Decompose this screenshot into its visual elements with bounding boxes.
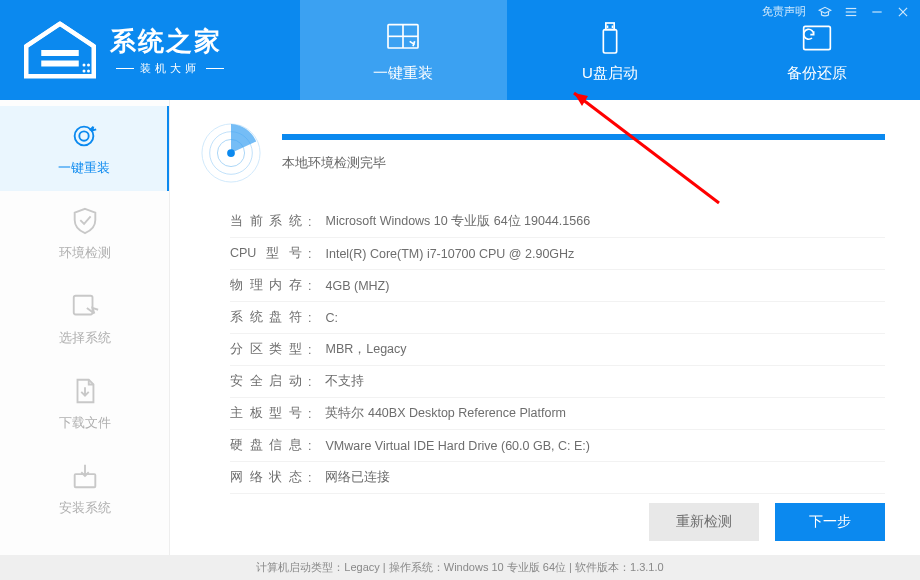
side-select[interactable]: 选择系统 <box>0 276 169 361</box>
info-row: CPU型号:Intel(R) Core(TM) i7-10700 CPU @ 2… <box>230 238 885 270</box>
usb-icon <box>590 18 630 58</box>
svg-point-23 <box>79 131 88 140</box>
svg-rect-24 <box>73 295 92 314</box>
info-row: 系统盘符:C: <box>230 302 885 334</box>
tab-label: 备份还原 <box>787 64 847 83</box>
side-reinstall[interactable]: 一键重装 <box>0 106 169 191</box>
info-row: 物理内存:4GB (MHZ) <box>230 270 885 302</box>
academic-icon[interactable] <box>818 5 832 19</box>
disclaimer-link[interactable]: 免责声明 <box>762 4 806 19</box>
side-env[interactable]: 环境检测 <box>0 191 169 276</box>
minimize-icon[interactable] <box>870 5 884 19</box>
info-row: 当前系统:Microsoft Windows 10 专业版 64位 19044.… <box>230 206 885 238</box>
select-icon <box>70 291 100 321</box>
info-row: 网络状态:网络已连接 <box>230 462 885 494</box>
logo-title: 系统之家 <box>110 24 230 59</box>
next-button[interactable]: 下一步 <box>775 503 885 541</box>
windows-icon <box>383 18 423 58</box>
titlebar: 免责声明 <box>762 4 910 19</box>
tab-reinstall[interactable]: 一键重装 <box>300 0 507 100</box>
svg-rect-15 <box>603 29 616 52</box>
side-label: 安装系统 <box>59 499 111 517</box>
side-label: 一键重装 <box>58 159 110 177</box>
tab-label: U盘启动 <box>582 64 638 83</box>
svg-rect-7 <box>41 61 79 67</box>
svg-point-8 <box>83 64 86 67</box>
tab-label: 一键重装 <box>373 64 433 83</box>
side-download[interactable]: 下载文件 <box>0 361 169 446</box>
svg-point-11 <box>87 70 90 73</box>
svg-point-29 <box>227 149 235 157</box>
header: 免责声明 系统之家 装机大师 一键重装 U盘启动 <box>0 0 920 100</box>
radar-icon <box>200 122 262 184</box>
logo: 系统之家 装机大师 <box>0 0 300 100</box>
svg-point-10 <box>83 70 86 73</box>
backup-icon <box>797 18 837 58</box>
main-panel: 本地环境检测完毕 当前系统:Microsoft Windows 10 专业版 6… <box>170 100 920 555</box>
info-row: 安全启动:不支持 <box>230 366 885 398</box>
side-install[interactable]: 安装系统 <box>0 446 169 531</box>
footer-status: 计算机启动类型：Legacy | 操作系统：Windows 10 专业版 64位… <box>0 555 920 580</box>
side-label: 选择系统 <box>59 329 111 347</box>
side-label: 下载文件 <box>59 414 111 432</box>
progress-bar <box>282 134 885 140</box>
svg-rect-6 <box>41 50 79 56</box>
svg-point-9 <box>87 64 90 67</box>
logo-subtitle: 装机大师 <box>110 61 230 76</box>
target-icon <box>69 121 99 151</box>
install-icon <box>70 461 100 491</box>
scan-status: 本地环境检测完毕 <box>282 154 885 172</box>
info-row: 分区类型:MBR，Legacy <box>230 334 885 366</box>
menu-icon[interactable] <box>844 5 858 19</box>
sidebar: 一键重装 环境检测 选择系统 下载文件 安装系统 <box>0 100 170 555</box>
info-table: 当前系统:Microsoft Windows 10 专业版 64位 19044.… <box>200 206 885 494</box>
close-icon[interactable] <box>896 5 910 19</box>
tab-usb[interactable]: U盘启动 <box>507 0 714 100</box>
download-icon <box>70 376 100 406</box>
logo-icon <box>20 20 100 80</box>
rescan-button[interactable]: 重新检测 <box>649 503 759 541</box>
info-row: 硬盘信息:VMware Virtual IDE Hard Drive (60.0… <box>230 430 885 462</box>
side-label: 环境检测 <box>59 244 111 262</box>
shield-icon <box>70 206 100 236</box>
info-row: 主板型号:英特尔 440BX Desktop Reference Platfor… <box>230 398 885 430</box>
